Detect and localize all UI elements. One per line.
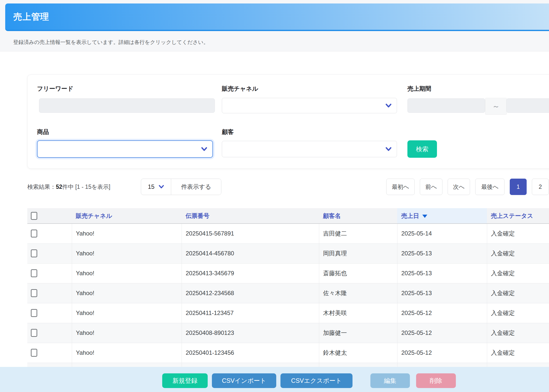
- freeword-input[interactable]: [39, 98, 215, 113]
- channel-select[interactable]: [222, 98, 397, 113]
- sort-desc-icon: [422, 215, 427, 218]
- table-row[interactable]: Yahoo! 20250414-456780 岡田真理 2025-05-13 入…: [27, 243, 549, 263]
- chevron-down-icon: [201, 147, 207, 151]
- page-description: 登録済みの売上情報一覧を表示しています。詳細は各行をクリックしてください。: [13, 39, 209, 46]
- page-title: 売上管理: [13, 11, 49, 23]
- chevron-down-icon: [385, 147, 392, 151]
- csv-export-button[interactable]: CSVエクスポート: [280, 373, 353, 388]
- table-row[interactable]: Yahoo! 20250415-567891 吉田健二 2025-05-14 入…: [27, 224, 549, 243]
- per-page-value: 15: [148, 183, 155, 190]
- column-header-customer-name[interactable]: 顧客名: [319, 208, 397, 224]
- csv-import-button[interactable]: CSVインポート: [212, 373, 276, 388]
- column-header-slip-number[interactable]: 伝票番号: [182, 208, 319, 224]
- per-page-select[interactable]: 15: [141, 179, 171, 195]
- column-header-channel[interactable]: 販売チャネル: [72, 208, 182, 224]
- results-summary: 検索結果：52件中 [1 - 15を表示]: [27, 179, 110, 195]
- search-button[interactable]: 検索: [407, 140, 437, 158]
- table-header-row: 販売チャネル 伝票番号 顧客名 売上日 売上ステータス: [27, 208, 549, 224]
- per-page-apply-button[interactable]: 件表示する: [171, 179, 221, 195]
- row-checkbox[interactable]: [31, 230, 37, 237]
- period-separator: ～: [485, 98, 507, 115]
- table-row[interactable]: Yahoo! 20250412-234568 佐々木隆 2025-05-13 入…: [27, 283, 549, 303]
- table-row[interactable]: Yahoo! 20250401-123456 鈴木健太 2025-05-12 入…: [27, 343, 549, 363]
- row-checkbox[interactable]: [31, 289, 37, 297]
- pagination-page-2[interactable]: 2: [532, 179, 549, 195]
- period-from-input[interactable]: [407, 98, 485, 113]
- chevron-down-icon: [158, 185, 164, 189]
- pagination-first-button[interactable]: 最初へ: [386, 179, 415, 195]
- pagination: 最初へ 前へ 次へ 最後へ 1 2: [386, 179, 549, 195]
- customer-label: 顧客: [222, 128, 234, 136]
- row-checkbox[interactable]: [31, 349, 37, 357]
- sales-table: 販売チャネル 伝票番号 顧客名 売上日 売上ステータス Yahoo! 20250…: [27, 208, 549, 383]
- page-header-region: 売上管理 登録済みの売上情報一覧を表示しています。詳細は各行をクリックしてくださ…: [0, 0, 549, 51]
- row-checkbox[interactable]: [31, 249, 37, 257]
- search-panel: フリーワード 販売チャネル 売上期間 ～ 商品 顧客: [27, 75, 549, 169]
- freeword-label: フリーワード: [37, 85, 73, 93]
- per-page-control: 15 件表示する: [141, 179, 221, 195]
- column-header-sale-date[interactable]: 売上日: [397, 208, 487, 224]
- channel-label: 販売チャネル: [222, 85, 258, 93]
- period-label: 売上期間: [407, 85, 431, 93]
- results-total-count: 52: [56, 184, 62, 190]
- pagination-next-button[interactable]: 次へ: [448, 179, 470, 195]
- column-header-status[interactable]: 売上ステータス: [487, 208, 549, 224]
- period-to-input[interactable]: [506, 98, 549, 113]
- delete-button[interactable]: 削除: [416, 373, 456, 388]
- row-checkbox[interactable]: [31, 329, 37, 337]
- table-row[interactable]: Yahoo! 20250413-345679 斎藤拓也 2025-05-13 入…: [27, 263, 549, 283]
- action-bar: 新規登録 CSVインポート CSVエクスポート 編集 削除: [0, 367, 549, 392]
- pagination-prev-button[interactable]: 前へ: [420, 179, 442, 195]
- edit-button[interactable]: 編集: [370, 373, 410, 388]
- sales-management-page: 売上管理 登録済みの売上情報一覧を表示しています。詳細は各行をクリックしてくださ…: [0, 0, 549, 392]
- page-title-banner: 売上管理: [5, 3, 549, 31]
- pagination-last-button[interactable]: 最後へ: [475, 179, 505, 195]
- customer-select[interactable]: [222, 141, 397, 157]
- pagination-page-1[interactable]: 1: [510, 179, 527, 195]
- product-select[interactable]: [37, 140, 213, 158]
- table-row[interactable]: Yahoo! 20250411-123457 木村美咲 2025-05-12 入…: [27, 303, 549, 323]
- product-label: 商品: [37, 128, 49, 136]
- row-checkbox[interactable]: [31, 309, 37, 317]
- row-checkbox[interactable]: [31, 269, 37, 277]
- select-all-checkbox[interactable]: [31, 212, 37, 220]
- table-row[interactable]: Yahoo! 20250408-890123 加藤健一 2025-05-12 入…: [27, 323, 549, 343]
- chevron-down-icon: [385, 104, 392, 108]
- create-button[interactable]: 新規登録: [162, 373, 208, 388]
